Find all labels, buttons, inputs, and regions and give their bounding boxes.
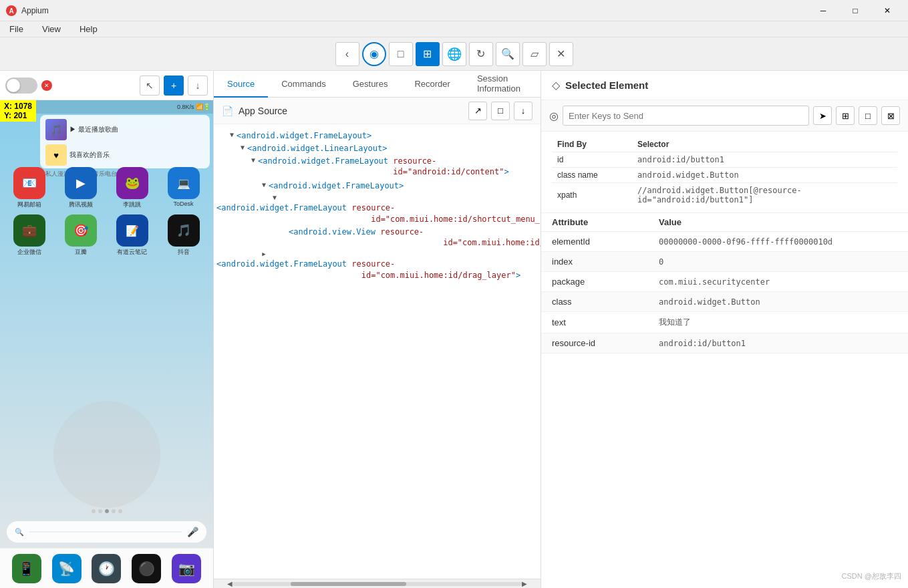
- toggle-3[interactable]: ▼: [249, 156, 258, 165]
- app-wework[interactable]: 💼 企业微信: [7, 214, 53, 257]
- tree-row-2[interactable]: ▼ <android.widget.LinearLayout>: [216, 142, 538, 155]
- attr-section: Attribute Value elementId 00000000-0000-…: [541, 213, 908, 588]
- dock-icon-2[interactable]: 📡: [52, 554, 82, 583]
- device-search-bar[interactable]: 🔍 🎤: [7, 521, 206, 543]
- music-info-2: 我喜欢的音乐: [69, 150, 204, 160]
- tree-row-4[interactable]: ▼ <android.widget.FrameLayout>: [216, 180, 538, 192]
- node-6: <android.view.View resource- id="com.miu…: [289, 227, 541, 249]
- rect-button[interactable]: □: [389, 42, 413, 66]
- toggle-2[interactable]: ▼: [238, 143, 247, 152]
- toggle-4[interactable]: ▼: [259, 180, 269, 190]
- app-icon-douban: 🎯: [65, 214, 97, 247]
- tree-row-5[interactable]: ▼ <android.widget.FrameLayout resource- …: [216, 192, 538, 226]
- app-icon: A: [5, 5, 17, 17]
- back-button[interactable]: ‹: [335, 42, 359, 66]
- app-douyin[interactable]: 🎵 抖音: [160, 214, 206, 257]
- attr-key-resourceid: resource-id: [541, 333, 648, 353]
- find-by-section: Find By Selector id android:id/button1 c…: [541, 132, 908, 213]
- voice-icon: 🎤: [187, 527, 198, 537]
- send-keys-input[interactable]: [563, 106, 809, 126]
- dock-icon-5[interactable]: 📷: [172, 554, 201, 583]
- app-todesk[interactable]: 💻 ToDesk: [160, 167, 206, 209]
- expand-btn[interactable]: ↗: [468, 102, 487, 120]
- window-controls: ─ □ ✕: [808, 0, 903, 21]
- video-icon: ▶: [76, 176, 86, 190]
- grid-button[interactable]: ⊞: [416, 42, 440, 66]
- album-art-icon: 🎵: [45, 119, 67, 140]
- tree-row-6[interactable]: <android.view.View resource- id="com.miu…: [216, 226, 538, 250]
- attr-key-class: class: [541, 292, 648, 312]
- attr-val-package: com.miui.securitycenter: [648, 272, 908, 292]
- tab-gestures[interactable]: Gestures: [339, 71, 402, 98]
- tree-row-3[interactable]: ▼ <android.widget.FrameLayout resource- …: [216, 155, 538, 179]
- diamond-icon: ◇: [552, 79, 560, 92]
- music-title-1: ▶ 最近播放歌曲: [69, 125, 204, 134]
- node-1: <android.widget.FrameLayout>: [237, 130, 371, 142]
- close-button[interactable]: ✕: [872, 0, 903, 21]
- add-icon-btn[interactable]: +: [164, 76, 184, 96]
- find-key-xpath: xpath: [552, 183, 632, 208]
- home-button[interactable]: ◉: [362, 42, 386, 66]
- value-header: Value: [648, 213, 908, 232]
- app-li[interactable]: 🐸 李跳跳: [110, 167, 156, 209]
- copy-btn[interactable]: □: [491, 102, 510, 120]
- tree-row-1[interactable]: ▼ <android.widget.FrameLayout>: [216, 130, 538, 142]
- tree-row-7[interactable]: ▶ <android.widget.FrameLayout resource- …: [216, 249, 538, 281]
- action-btn-3[interactable]: ⊠: [881, 106, 900, 125]
- find-by-header: Find By: [552, 137, 632, 152]
- search-placeholder: [29, 531, 182, 533]
- toggle-5[interactable]: ▼: [270, 193, 279, 202]
- stop-button[interactable]: ✕: [549, 42, 573, 66]
- search-button[interactable]: 🔍: [496, 42, 520, 66]
- toggle-button[interactable]: [5, 78, 37, 94]
- tab-commands[interactable]: Commands: [268, 71, 339, 98]
- scroll-left[interactable]: ◀: [227, 580, 233, 587]
- li-icon: 🐸: [125, 176, 140, 190]
- refresh-button[interactable]: ↻: [469, 42, 493, 66]
- tab-source[interactable]: Source: [214, 71, 268, 98]
- app-youdao[interactable]: 📝 有道云笔记: [110, 214, 156, 257]
- todesk-icon: 💻: [177, 177, 190, 190]
- tab-recorder[interactable]: Recorder: [401, 71, 463, 98]
- cursor-icon-btn[interactable]: ↖: [140, 76, 160, 96]
- send-button[interactable]: ➤: [813, 106, 832, 125]
- attr-key-index: index: [541, 252, 648, 272]
- action-btn-1[interactable]: ⊞: [836, 106, 855, 125]
- minimize-button[interactable]: ─: [808, 0, 839, 21]
- find-by-table: Find By Selector id android:id/button1 c…: [552, 137, 897, 207]
- app-video[interactable]: ▶ 腾讯视频: [58, 167, 104, 209]
- find-val-classname: android.widget.Button: [632, 168, 897, 183]
- app-douban[interactable]: 🎯 豆瓣: [58, 214, 104, 257]
- app-label-email: 网易邮箱: [17, 200, 41, 209]
- attr-table: Attribute Value elementId 00000000-0000-…: [541, 213, 908, 353]
- view-menu[interactable]: View: [38, 23, 65, 35]
- toggle-7[interactable]: ▶: [259, 250, 269, 259]
- attr-row-resourceid: resource-id android:id/button1: [541, 333, 908, 353]
- search-icon: 🔍: [15, 528, 24, 537]
- app-email[interactable]: 📧 网易邮箱: [7, 167, 53, 209]
- dock-icon-1[interactable]: 📱: [12, 554, 41, 583]
- save-icon-btn[interactable]: ↓: [188, 76, 208, 96]
- scroll-thumb: [291, 582, 406, 586]
- screenshot-button[interactable]: ▱: [522, 42, 547, 66]
- scroll-right[interactable]: ▶: [522, 580, 527, 587]
- app-label-wework: 企业微信: [17, 248, 41, 257]
- dock-icon-4[interactable]: ⚫: [132, 554, 161, 583]
- toggle-1[interactable]: ▼: [227, 130, 237, 140]
- attr-row-elementid: elementId 00000000-0000-0f96-ffff-ffff00…: [541, 232, 908, 252]
- youdao-icon: 📝: [126, 225, 139, 237]
- xml-tree: ▼ <android.widget.FrameLayout> ▼ <androi…: [214, 124, 541, 579]
- help-menu[interactable]: Help: [75, 23, 102, 35]
- scroll-track[interactable]: [233, 582, 522, 586]
- file-menu[interactable]: File: [5, 23, 27, 35]
- globe-button[interactable]: 🌐: [442, 42, 466, 66]
- tab-session-info[interactable]: Session Information: [464, 71, 541, 98]
- action-btn-2[interactable]: □: [859, 106, 877, 125]
- dot-3: [105, 509, 109, 513]
- dock-icon-3[interactable]: 🕐: [92, 554, 121, 583]
- app-icon-email: 📧: [13, 167, 45, 199]
- app-icon-wework: 💼: [13, 214, 45, 247]
- music-info-1: ▶ 最近播放歌曲: [69, 125, 204, 134]
- download-btn[interactable]: ↓: [514, 102, 533, 120]
- maximize-button[interactable]: □: [840, 0, 871, 21]
